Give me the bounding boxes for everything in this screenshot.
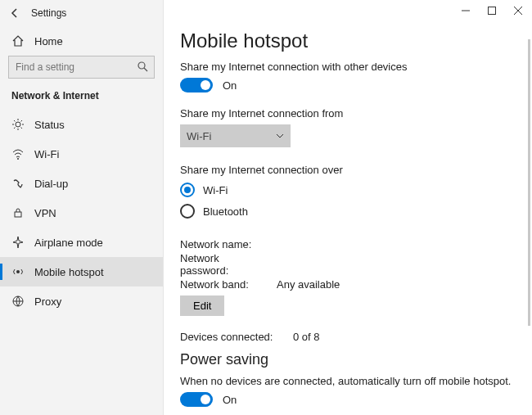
nav-label: Proxy: [34, 295, 61, 308]
band-value: Any available: [277, 278, 340, 291]
hotspot-icon: [11, 265, 25, 278]
radio-wifi-label: Wi-Fi: [203, 184, 228, 196]
search-input[interactable]: [8, 56, 155, 79]
nav-item-dialup[interactable]: Dial-up: [0, 169, 163, 198]
home-label: Home: [34, 35, 63, 47]
svg-point-3: [17, 158, 19, 160]
nav-item-wifi[interactable]: Wi-Fi: [0, 139, 163, 169]
share-from-value: Wi-Fi: [187, 130, 211, 142]
home-nav[interactable]: Home: [0, 26, 163, 56]
nav-label: Wi-Fi: [34, 148, 59, 160]
nav-item-airplane[interactable]: Airplane mode: [0, 228, 163, 257]
scrollbar[interactable]: [528, 39, 530, 326]
nav-label: Airplane mode: [34, 237, 103, 249]
window-controls: [458, 3, 525, 18]
power-toggle[interactable]: [180, 392, 213, 407]
radio-wifi-row[interactable]: Wi-Fi: [180, 183, 517, 197]
sidebar: Settings Home Network & Internet Stat: [0, 0, 164, 415]
chevron-down-icon: [276, 132, 284, 140]
page-title: Mobile hotspot: [180, 29, 517, 52]
devices-label: Devices connected:: [180, 331, 286, 343]
maximize-icon[interactable]: [485, 3, 499, 18]
svg-rect-4: [15, 212, 21, 217]
svg-point-2: [16, 122, 20, 127]
band-label: Network band:: [180, 278, 270, 291]
nav-list: Status Wi-Fi Dial-up VPN: [0, 110, 163, 316]
power-heading: Power saving: [180, 351, 517, 368]
svg-point-0: [138, 62, 145, 69]
nav-item-vpn[interactable]: VPN: [0, 198, 163, 228]
share-toggle-text: On: [223, 79, 237, 92]
nav-item-status[interactable]: Status: [0, 110, 163, 139]
power-toggle-text: On: [223, 394, 237, 406]
nav-item-proxy[interactable]: Proxy: [0, 286, 163, 316]
share-from-select[interactable]: Wi-Fi: [180, 124, 291, 147]
devices-value: 0 of 8: [293, 331, 320, 343]
svg-line-1: [144, 68, 147, 71]
radio-wifi[interactable]: [180, 183, 195, 197]
share-label: Share my Internet connection with other …: [180, 61, 517, 73]
net-pwd-label: Network password:: [180, 252, 270, 277]
minimize-icon[interactable]: [458, 3, 473, 18]
close-icon[interactable]: [511, 3, 525, 18]
nav-label: VPN: [34, 207, 56, 219]
home-icon: [11, 34, 25, 47]
titlebar-left: Settings: [0, 0, 163, 26]
svg-rect-8: [489, 7, 496, 15]
share-over-label: Share my Internet connection over: [180, 164, 517, 176]
airplane-icon: [11, 236, 25, 249]
back-icon[interactable]: [8, 7, 21, 20]
share-from-label: Share my Internet connection from: [180, 107, 517, 120]
radio-bt-row[interactable]: Bluetooth: [180, 204, 517, 219]
nav-label: Dial-up: [34, 178, 68, 190]
svg-point-5: [16, 270, 20, 273]
dialup-icon: [11, 177, 25, 190]
nav-label: Status: [34, 119, 65, 131]
app-title: Settings: [31, 7, 66, 19]
radio-bluetooth[interactable]: [180, 204, 195, 219]
search-icon: [137, 61, 148, 72]
wifi-icon: [11, 147, 25, 160]
share-toggle[interactable]: [180, 78, 213, 92]
net-name-label: Network name:: [180, 238, 270, 250]
status-icon: [11, 118, 25, 131]
edit-button[interactable]: Edit: [180, 295, 224, 316]
power-desc: When no devices are connected, automatic…: [180, 375, 517, 387]
content-pane: Mobile hotspot Share my Internet connect…: [164, 0, 532, 415]
vpn-icon: [11, 206, 25, 219]
sidebar-section-title: Network & Internet: [0, 87, 163, 110]
search-box[interactable]: [8, 56, 155, 79]
radio-bt-label: Bluetooth: [203, 205, 248, 218]
nav-label: Mobile hotspot: [34, 266, 104, 278]
nav-item-hotspot[interactable]: Mobile hotspot: [0, 257, 163, 286]
proxy-icon: [11, 295, 25, 308]
